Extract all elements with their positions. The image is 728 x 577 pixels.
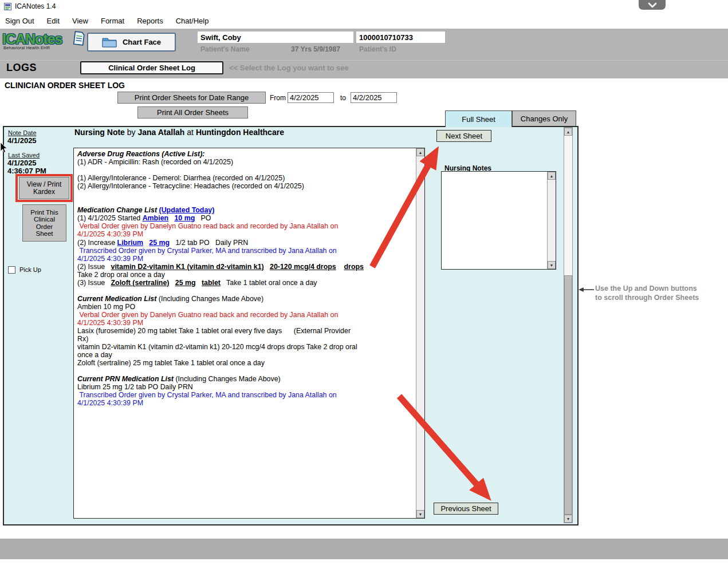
note-text: Adverse Drug Reactions (Active List):: [77, 150, 204, 158]
note-text: Current PRN Medication List: [77, 375, 174, 383]
order-sheet-textarea[interactable]: Adverse Drug Reactions (Active List):(1)…: [73, 148, 425, 519]
to-label: to: [340, 94, 346, 102]
note-text: [336, 263, 344, 271]
note-line: Verbal Order given by Danelyn Guatno rea…: [77, 222, 414, 230]
note-text: 4/1/2025 4:30:39 PM: [77, 399, 143, 407]
tab-changes-only[interactable]: Changes Only: [512, 110, 576, 126]
note-text: (2) Allergy/Intolerance - Tetracycline: …: [77, 182, 304, 190]
scroll-down-button[interactable]: ▼: [548, 261, 556, 269]
note-line: (3) Issue Zoloft (sertraline) 25 mg tabl…: [77, 279, 414, 287]
note-text: (2) Issue: [77, 263, 111, 271]
note-text: Ambien 10 mg PO: [77, 303, 135, 311]
scrollbar-thumb[interactable]: [564, 275, 572, 515]
note-line: [77, 166, 414, 174]
app-icon: [4, 3, 11, 10]
view-print-kardex-button[interactable]: View / Print Kardex: [19, 177, 69, 199]
note-line: Current PRN Medication List (Including C…: [77, 375, 414, 383]
note-link[interactable]: 10 mg: [174, 214, 195, 222]
print-all-button[interactable]: Print All Order Sheets: [137, 106, 248, 118]
order-sheet-scrollbar[interactable]: ▲ ▼: [564, 127, 573, 523]
collapse-panel-button[interactable]: [639, 0, 666, 10]
print-this-line: Sheet: [36, 230, 53, 238]
note-line: (1) ADR - Ampicillin: Rash (recorded on …: [77, 158, 414, 166]
note-text: (1) ADR - Ampicillin: Rash (recorded on …: [77, 158, 233, 166]
note-text: 25 mg: [175, 279, 196, 287]
chart-face-button[interactable]: Chart Face: [87, 33, 176, 52]
note-text: Verbal Order given by Danelyn Guatno rea…: [77, 311, 338, 319]
note-text: Rx): [77, 335, 88, 343]
scroll-hint-arrow: [579, 286, 595, 294]
pick-up-checkbox[interactable]: [8, 266, 15, 274]
logo-subtitle: Behavioral Health EHR: [3, 45, 88, 50]
log-selector-button[interactable]: Clinical Order Sheet Log: [80, 61, 223, 74]
note-line: vitamin D2-vitamin K1 (vitamin d2-vitami…: [77, 343, 414, 351]
note-text: [169, 279, 175, 287]
note-text: [196, 279, 202, 287]
band-divider: [0, 60, 728, 61]
note-link[interactable]: (Updated Today): [159, 206, 215, 214]
note-text: 4/1/2025 4:30:39 PM: [77, 255, 143, 263]
menu-format[interactable]: Format: [95, 17, 131, 25]
note-link[interactable]: Librium: [117, 239, 143, 247]
note-text: (2) Increase: [77, 239, 117, 247]
kardex-button-line: Kardex: [33, 188, 55, 196]
scroll-hint-line: Use the Up and Down buttons: [595, 284, 699, 293]
note-line: Take 2 drop oral once a day: [77, 271, 414, 279]
patient-id-field[interactable]: 1000010710733: [356, 31, 445, 43]
scroll-up-button[interactable]: ▲: [548, 172, 556, 180]
nursing-notes-scrollbar[interactable]: ▲ ▼: [547, 172, 556, 269]
scroll-down-button[interactable]: ▼: [564, 515, 572, 523]
note-line: 4/1/2025 4:30:39 PM: [77, 319, 414, 327]
last-saved-label: Last Saved: [8, 152, 40, 159]
note-link[interactable]: Ambien: [143, 214, 168, 222]
note-text: Zoloft (sertraline) 25 mg tablet Take 1 …: [77, 359, 265, 367]
note-text: (Including Changes Made Above): [174, 375, 281, 383]
title-bar: ICANotes 1.4: [0, 0, 728, 13]
note-link[interactable]: 25 mg: [149, 239, 170, 247]
note-line: 4/1/2025 4:30:39 PM: [77, 255, 414, 263]
note-line: [77, 367, 414, 375]
menu-reports[interactable]: Reports: [131, 17, 170, 25]
note-text: (Including Changes Made Above): [156, 295, 263, 303]
note-text: 4/1/2025 4:30:39 PM: [77, 319, 143, 327]
nursing-notes-field[interactable]: ▲ ▼: [441, 171, 556, 270]
to-date-input[interactable]: [351, 92, 397, 103]
note-line: Transcribed Order given by Crystal Parke…: [77, 391, 414, 399]
print-this-order-sheet-button[interactable]: Print This Clinical Order Sheet: [22, 204, 66, 242]
note-line: Current Medication List (Including Chang…: [77, 295, 414, 303]
menu-chat-help[interactable]: Chat/Help: [170, 17, 215, 25]
note-line: Lasix (furosemide) 20 mg tablet Take 1 t…: [77, 327, 414, 335]
pick-up-label: Pick Up: [19, 266, 41, 273]
icanotes-logo[interactable]: ICANotes Behavioral Health EHR: [2, 31, 88, 60]
folder-icon: [102, 37, 117, 48]
note-line: Ambien 10 mg PO: [77, 303, 414, 311]
icanotes-window: ICANotes 1.4 Sign Out Edit View Format R…: [0, 0, 728, 577]
page-title: CLINICIAN ORDER SHEET LOG: [5, 81, 125, 90]
patient-name-field[interactable]: Swift, Coby: [198, 31, 353, 43]
note-scrollbar[interactable]: ▲ ▼: [416, 148, 424, 518]
note-text: Transcribed Order given by Crystal Parke…: [77, 391, 337, 399]
scroll-down-button[interactable]: ▼: [416, 510, 424, 518]
tab-full-sheet[interactable]: Full Sheet: [445, 110, 512, 127]
menu-sign-out[interactable]: Sign Out: [0, 17, 41, 25]
patient-age-dob: 37 Yrs 5/9/1987: [291, 45, 340, 53]
log-selector-hint: << Select the Log you want to see: [229, 64, 349, 72]
menu-view[interactable]: View: [66, 17, 95, 25]
print-date-range-button[interactable]: Print Order Sheets for Date Range: [117, 92, 266, 104]
note-line: Librium 25 mg 1/2 tab PO Daily PRN: [77, 383, 414, 391]
last-saved-date: 4/1/2025: [7, 159, 37, 167]
previous-sheet-button[interactable]: Previous Sheet: [434, 503, 498, 515]
note-line: 4/1/2025 4:30:39 PM: [77, 399, 414, 407]
note-text: Medication Change List: [77, 206, 159, 214]
from-date-input[interactable]: [288, 92, 334, 103]
note-text: Jana Atallah: [137, 128, 184, 137]
note-text: Zoloft (sertraline): [111, 279, 170, 287]
scroll-up-button[interactable]: ▲: [416, 148, 424, 156]
menu-edit[interactable]: Edit: [41, 17, 66, 25]
note-text: Take 2 drop oral once a day: [77, 271, 165, 279]
note-line: (2) Increase Librium 25 mg 1/2 tab PO Da…: [77, 239, 414, 247]
scroll-up-button[interactable]: ▲: [564, 128, 572, 136]
note-line: (1) 4/1/2025 Started Ambien 10 mg PO: [77, 214, 414, 222]
note-text: Transcribed Order given by Crystal Parke…: [77, 247, 337, 255]
next-sheet-button[interactable]: Next Sheet: [436, 130, 491, 142]
